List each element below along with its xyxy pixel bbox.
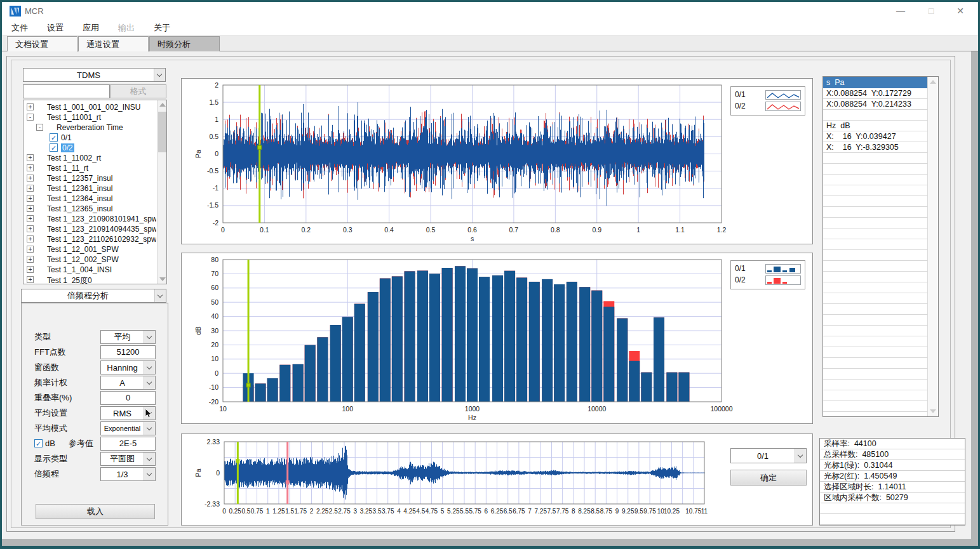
minimize-button[interactable]: — [887,2,915,20]
checkbox[interactable]: ✓ [50,133,58,142]
format-button[interactable]: 格式 [110,84,166,98]
confirm-button[interactable]: 确定 [730,470,807,486]
tree-item[interactable]: ✓0/1 [23,133,156,143]
expand-icon[interactable]: + [27,276,34,283]
form-select-2[interactable]: Hanning [100,360,156,374]
tree-scrollbar-thumb[interactable] [158,112,166,152]
tree-scrollbar[interactable] [157,100,166,284]
legend-label: 0/2 [735,275,765,284]
collapse-icon[interactable]: - [36,124,43,131]
tree-item[interactable]: +Test 1_12365_insul [23,204,156,214]
svg-text:40: 40 [211,312,218,320]
readout-row [823,336,927,347]
db-checkbox[interactable]: ✓ [34,439,43,447]
tree-item[interactable]: +Test 1_12357_insul [23,173,156,183]
form-input-1[interactable]: 51200 [100,345,156,359]
spectrum-legend: 0/10/2 [730,260,805,289]
tree-item[interactable]: +Test 1_11_rt [23,163,156,173]
maximize-button[interactable]: □ [917,2,945,20]
svg-text:3.75: 3.75 [382,508,394,515]
readout-row [823,401,927,412]
form-select-3[interactable]: A [100,376,156,390]
expand-icon[interactable]: + [27,225,34,232]
readout-row [823,250,927,261]
expand-icon[interactable]: + [27,205,34,212]
form-select-value: A [101,378,144,388]
menu-item-4[interactable]: 关于 [144,20,180,36]
svg-text:0.5: 0.5 [426,226,436,234]
form-select-0[interactable]: 平均 [100,330,156,344]
tree-item[interactable]: +Test 1_123_211026102932_spw [23,234,156,244]
scroll-up-icon[interactable] [930,80,936,84]
file-tree[interactable]: +Test 1_001_001_002_INSU-Test 1_11001_rt… [23,100,167,284]
file-format-combo[interactable]: TDMS [23,68,166,82]
screen: MCR — □ ✕ 文件设置应用输出关于 文档设置通道设置时频分析 TDMS 格… [0,0,980,549]
scroll-down-icon[interactable] [930,409,936,413]
readout-row [823,293,927,304]
tree-item[interactable]: ✓0/2 [23,143,156,153]
expand-icon[interactable]: + [27,164,34,171]
expand-icon[interactable]: + [27,185,34,192]
tree-item[interactable]: +Test 1_12_002_SPW [23,255,156,265]
tree-item[interactable]: -Test 1_11001_rt [23,112,156,122]
spectrum-panel[interactable]: 80706050403020100-10-2010100100010000100… [181,253,813,424]
svg-text:0.6: 0.6 [467,226,477,234]
expand-icon[interactable]: + [27,266,34,273]
expand-icon[interactable]: + [27,154,34,161]
load-button[interactable]: 载入 [36,504,155,519]
expand-icon[interactable]: + [27,256,34,263]
form-input-4[interactable]: 0 [100,391,156,405]
tab-1[interactable]: 通道设置 [78,36,149,51]
tab-0[interactable]: 文档设置 [7,36,77,51]
menu-item-1[interactable]: 设置 [37,20,73,36]
expand-icon[interactable]: + [27,195,34,202]
readout-scrollbar[interactable] [927,77,938,416]
expand-icon[interactable]: + [27,175,34,182]
stats-panel: 采样率: 44100总采样数: 485100光标1(绿): 0.31044光标2… [819,438,965,526]
tree-item[interactable]: +Test 1_25度0 [23,275,156,284]
expand-icon[interactable]: + [27,235,34,242]
tree-item[interactable]: +Test 1_12_001_SPW [23,244,156,255]
expand-icon[interactable]: + [27,103,34,110]
checkbox[interactable]: ✓ [50,143,58,152]
expand-icon[interactable]: + [27,246,34,253]
tree-item[interactable]: +Test 1_123_210908101941_spw [23,214,156,224]
form-select-6[interactable]: Exponential [100,421,156,435]
svg-text:1: 1 [636,226,640,234]
overview-panel[interactable]: 2.330-2.3300.250.50.7511.251.51.7522.252… [181,433,813,526]
form-select-9[interactable]: 1/3 [100,467,156,481]
svg-text:0.5: 0.5 [209,133,218,140]
menu-item-3[interactable]: 输出 [109,20,144,36]
collapse-icon[interactable]: - [27,114,34,121]
cursor-readout-list[interactable]: s Pa X:0.088254 Y:0.172729X:0.088254 Y:0… [822,76,939,417]
readout-row [823,110,927,121]
tree-item[interactable]: -Reverberation Time [23,122,156,133]
readout-row [823,185,927,196]
scroll-down-icon[interactable] [159,277,166,281]
svg-text:Hz: Hz [468,414,476,421]
expand-icon[interactable]: + [27,215,34,222]
tab-2[interactable]: 时频分析 [149,36,220,51]
tree-item[interactable]: +Test 1_12361_insul [23,183,156,194]
chevron-down-icon [144,331,155,343]
menu-item-0[interactable]: 文件 [2,20,37,36]
tree-item-label: Test 1_123_211026102932_spw [47,235,156,244]
menu-item-2[interactable]: 应用 [73,20,109,36]
reference-value-input[interactable]: 2E-5 [100,437,156,451]
tree-item[interactable]: +Test 1_12364_insul [23,194,156,204]
time-waveform-panel[interactable]: 21.510.50-0.5-1-1.5-200.10.20.30.40.50.6… [181,78,813,244]
format-filter-input[interactable] [23,84,110,98]
svg-text:5: 5 [441,508,445,515]
svg-text:3: 3 [353,508,357,515]
tree-item[interactable]: +Test 1_001_001_002_INSU [23,102,156,112]
form-select-value: 平面图 [101,453,144,465]
scroll-up-icon[interactable] [159,103,166,107]
tree-item[interactable]: +Test 1_123_210914094435_spw [23,224,156,234]
tree-item[interactable]: +Test 1_11002_rt [23,153,156,163]
tree-item[interactable]: +Test 1_1_004_INSI [23,265,156,275]
svg-text:2.5: 2.5 [329,508,338,515]
channel-select[interactable]: 0/1 [730,448,807,463]
analysis-type-combo[interactable]: 倍频程分析 [21,289,166,303]
close-button[interactable]: ✕ [946,2,974,20]
form-select-8[interactable]: 平面图 [100,452,156,466]
